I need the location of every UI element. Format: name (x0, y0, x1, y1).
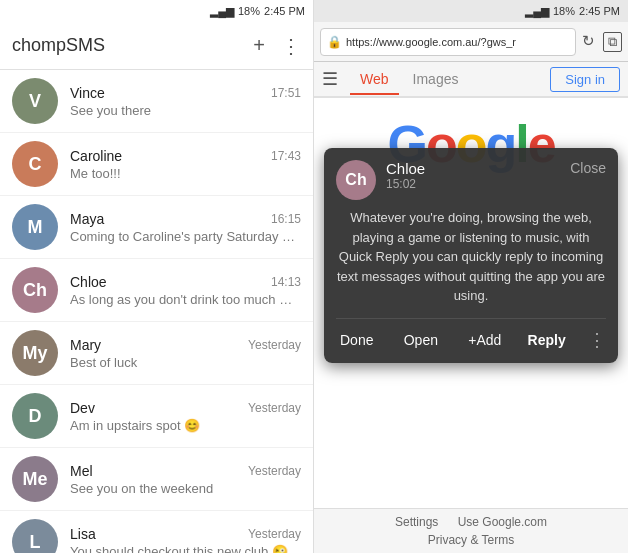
browser-content: G o o g l e Ch Chloe 15:02 Close Whateve… (314, 98, 628, 508)
contact-name: Dev (70, 400, 95, 416)
contact-name: Caroline (70, 148, 122, 164)
contact-item[interactable]: MMaya16:15Coming to Caroline's party Sat… (0, 196, 313, 259)
browser-toolbar: 🔒 https://www.google.com.au/?gws_r ↻ ⧉ (314, 22, 628, 62)
contact-item[interactable]: CCaroline17:43Me too!!! (0, 133, 313, 196)
contact-time: Yesterday (248, 464, 301, 478)
notif-avatar: Ch (336, 160, 376, 200)
contact-time: Yesterday (248, 401, 301, 415)
contact-time: 14:13 (271, 275, 301, 289)
footer-use-google-link[interactable]: Use Google.com (458, 515, 547, 529)
avatar: Me (12, 456, 58, 502)
browser-panel: ▂▄▆ 18% 2:45 PM 🔒 https://www.google.com… (314, 0, 628, 553)
contact-info: MaryYesterdayBest of luck (70, 337, 301, 370)
avatar: Ch (12, 267, 58, 313)
url-text: https://www.google.com.au/?gws_r (346, 36, 569, 48)
notif-open-button[interactable]: Open (400, 330, 442, 350)
right-signal-icon: ▂▄▆ (525, 5, 549, 18)
tabs-button[interactable]: ⧉ (603, 32, 622, 52)
right-time: 2:45 PM (579, 5, 620, 17)
tab-images[interactable]: Images (403, 65, 469, 93)
notification-popup: Ch Chloe 15:02 Close Whatever you're doi… (324, 148, 618, 363)
contact-time: 17:43 (271, 149, 301, 163)
sign-in-button[interactable]: Sign in (550, 67, 620, 92)
avatar: V (12, 78, 58, 124)
contact-name: Mary (70, 337, 101, 353)
notif-header: Ch Chloe 15:02 Close (336, 160, 606, 200)
browser-nav-icons: ↻ ⧉ (582, 32, 622, 52)
contact-time: 17:51 (271, 86, 301, 100)
sms-app-title: chompSMS (12, 35, 253, 56)
notif-add-button[interactable]: +Add (464, 330, 505, 350)
avatar: C (12, 141, 58, 187)
footer-row2: Privacy & Terms (314, 533, 628, 547)
contact-message: Am in upstairs spot 😊 (70, 418, 301, 433)
contact-info: Chloe14:13As long as you don't drink too… (70, 274, 301, 307)
browser-tabs: ☰ Web Images Sign in (314, 62, 628, 98)
secure-icon: 🔒 (327, 35, 342, 49)
contact-item[interactable]: DDevYesterdayAm in upstairs spot 😊 (0, 385, 313, 448)
left-battery: 18% (238, 5, 260, 17)
contact-name: Chloe (70, 274, 107, 290)
contact-name: Lisa (70, 526, 96, 542)
contact-time: Yesterday (248, 338, 301, 352)
notif-sender-name: Chloe (386, 160, 570, 177)
contact-message: Best of luck (70, 355, 301, 370)
contact-item[interactable]: LLisaYesterdayYou should checkout this n… (0, 511, 313, 553)
contact-message: See you there (70, 103, 301, 118)
notif-sender-time: 15:02 (386, 177, 570, 191)
contact-message: Me too!!! (70, 166, 301, 181)
left-signal-icon: ▂▄▆ (210, 5, 234, 18)
notif-done-button[interactable]: Done (336, 330, 377, 350)
footer-settings-link[interactable]: Settings (395, 515, 438, 529)
footer-row1: Settings Use Google.com (314, 515, 628, 529)
avatar: M (12, 204, 58, 250)
refresh-button[interactable]: ↻ (582, 32, 595, 52)
notif-actions: Done Open +Add Reply ⋮ (336, 318, 606, 351)
notif-title-block: Chloe 15:02 (386, 160, 570, 191)
contact-list: VVince17:51See you thereCCaroline17:43Me… (0, 70, 313, 553)
notif-more-button[interactable]: ⋮ (588, 329, 606, 351)
browser-footer: Settings Use Google.com Privacy & Terms (314, 508, 628, 553)
contact-message: As long as you don't drink too much 🍺 an… (70, 292, 301, 307)
sms-header: chompSMS + ⋮ (0, 22, 313, 70)
more-options-button[interactable]: ⋮ (281, 34, 301, 58)
contact-time: 16:15 (271, 212, 301, 226)
contact-info: MelYesterdaySee you on the weekend (70, 463, 301, 496)
contact-time: Yesterday (248, 527, 301, 541)
contact-message: Coming to Caroline's party Saturday nigh… (70, 229, 301, 244)
contact-info: DevYesterdayAm in upstairs spot 😊 (70, 400, 301, 433)
contact-item[interactable]: MyMaryYesterdayBest of luck (0, 322, 313, 385)
contact-name: Mel (70, 463, 93, 479)
avatar: My (12, 330, 58, 376)
browser-menu-icon[interactable]: ☰ (322, 68, 338, 90)
contact-message: You should checkout this new club 😜 (70, 544, 301, 554)
contact-info: Caroline17:43Me too!!! (70, 148, 301, 181)
left-time: 2:45 PM (264, 5, 305, 17)
right-battery: 18% (553, 5, 575, 17)
contact-info: Maya16:15Coming to Caroline's party Satu… (70, 211, 301, 244)
notif-reply-button[interactable]: Reply (528, 332, 566, 348)
url-bar[interactable]: 🔒 https://www.google.com.au/?gws_r (320, 28, 576, 56)
contact-item[interactable]: ChChloe14:13As long as you don't drink t… (0, 259, 313, 322)
contact-info: LisaYesterdayYou should checkout this ne… (70, 526, 301, 554)
contact-item[interactable]: MeMelYesterdaySee you on the weekend (0, 448, 313, 511)
notif-close-button[interactable]: Close (570, 160, 606, 176)
contact-name: Maya (70, 211, 104, 227)
tab-web[interactable]: Web (350, 65, 399, 95)
notif-body-text: Whatever you're doing, browsing the web,… (336, 208, 606, 306)
left-status-bar: ▂▄▆ 18% 2:45 PM (0, 0, 313, 22)
add-conversation-button[interactable]: + (253, 34, 265, 57)
sms-panel: ▂▄▆ 18% 2:45 PM chompSMS + ⋮ VVince17:51… (0, 0, 314, 553)
contact-message: See you on the weekend (70, 481, 301, 496)
footer-privacy-link[interactable]: Privacy & Terms (428, 533, 514, 547)
sms-header-icons: + ⋮ (253, 34, 301, 58)
contact-name: Vince (70, 85, 105, 101)
avatar: D (12, 393, 58, 439)
contact-info: Vince17:51See you there (70, 85, 301, 118)
contact-item[interactable]: VVince17:51See you there (0, 70, 313, 133)
avatar: L (12, 519, 58, 553)
right-status-bar: ▂▄▆ 18% 2:45 PM (314, 0, 628, 22)
